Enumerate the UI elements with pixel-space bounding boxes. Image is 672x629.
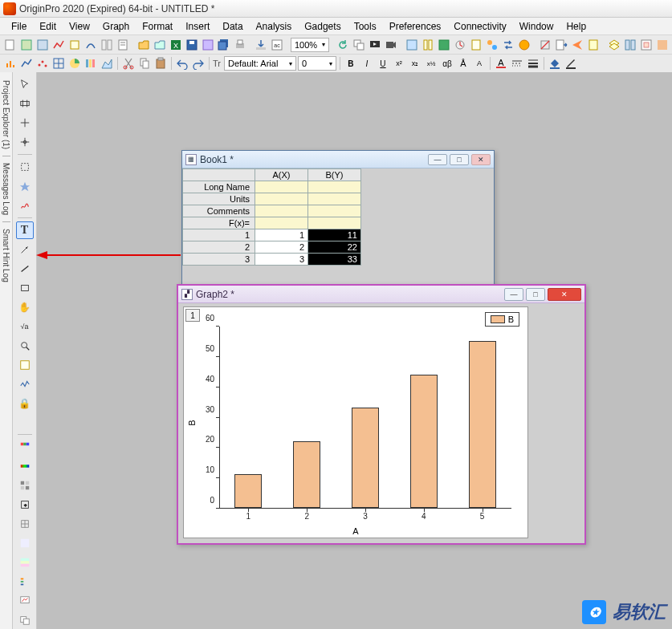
merge-button[interactable] — [623, 38, 637, 52]
draw-data-tool[interactable] — [16, 197, 34, 214]
menu-help[interactable]: Help — [560, 19, 593, 34]
plot-type-6-button[interactable] — [83, 56, 98, 71]
open-template-button[interactable] — [153, 38, 167, 52]
undo-button[interactable] — [175, 56, 189, 71]
line-color-pick-button[interactable] — [564, 56, 578, 71]
italic-button[interactable]: I — [360, 56, 374, 71]
video-button[interactable] — [384, 38, 398, 52]
layer-number[interactable]: 1 — [185, 309, 200, 322]
cell[interactable]: 11 — [308, 229, 361, 241]
paste-button[interactable] — [153, 56, 168, 71]
zoom-pan-tool[interactable] — [16, 337, 34, 355]
save-template-button[interactable] — [201, 38, 215, 52]
book-close-button[interactable]: ✕ — [471, 154, 491, 165]
bold-button[interactable]: B — [344, 56, 358, 71]
cell[interactable]: 1 — [255, 229, 308, 241]
layers-button[interactable] — [607, 38, 621, 52]
batch-button[interactable] — [485, 38, 499, 52]
menu-format[interactable]: Format — [136, 19, 179, 34]
increase-font-button[interactable]: Å — [456, 56, 470, 71]
arrow-tool[interactable] — [16, 241, 34, 258]
graph-window[interactable]: ▞ Graph2 * — □ ✕ 1 B B A — [177, 284, 586, 545]
layer-bg-button[interactable] — [16, 534, 34, 552]
show-data-button[interactable] — [16, 554, 34, 571]
roi-tool[interactable]: √a — [16, 318, 34, 335]
worksheet-table[interactable]: A(X) B(Y) Long Name Units Comments F(x)=… — [182, 168, 361, 266]
save-button[interactable] — [185, 38, 199, 52]
cell[interactable] — [255, 181, 308, 193]
font-size-combo[interactable]: 0▾ — [298, 56, 336, 71]
plot-type-1-button[interactable] — [3, 56, 18, 71]
smart-hint-log-tab[interactable]: Smart Hint Log — [2, 225, 10, 286]
book-minimize-button[interactable]: — — [428, 154, 447, 165]
font-combo[interactable]: Default: Arial▾ — [224, 56, 296, 71]
scale-in-tool[interactable] — [16, 95, 34, 112]
anti-alias-button[interactable] — [16, 477, 34, 494]
menu-graph[interactable]: Graph — [96, 19, 136, 34]
menu-window[interactable]: Window — [513, 19, 560, 34]
subscript-button[interactable]: x₂ — [408, 56, 422, 71]
print-button[interactable] — [233, 38, 247, 52]
legend[interactable]: B — [485, 312, 519, 327]
plot-type-7-button[interactable] — [100, 56, 114, 71]
row-header[interactable]: 2 — [183, 241, 255, 254]
selection-tool[interactable] — [16, 158, 34, 176]
plot-area[interactable]: 0 10 20 30 40 50 60 1 2 3 4 5 — [219, 327, 511, 509]
menu-edit[interactable]: Edit — [33, 19, 63, 34]
new-project-button[interactable] — [3, 38, 18, 52]
rescale-button[interactable] — [538, 38, 552, 52]
graph-close-button[interactable]: ✕ — [548, 288, 581, 301]
duplicate-button[interactable] — [352, 38, 366, 52]
plot-type-4-button[interactable] — [51, 56, 66, 71]
corner-cell[interactable] — [183, 169, 255, 181]
show-grid-button[interactable] — [16, 515, 34, 533]
cell[interactable] — [308, 193, 361, 205]
cell[interactable] — [308, 181, 361, 193]
new-notes-button[interactable] — [116, 38, 130, 52]
cell[interactable]: 22 — [308, 241, 361, 254]
export-graph-button[interactable] — [554, 38, 568, 52]
bar[interactable] — [293, 441, 320, 508]
zoom-combo[interactable]: 100%▾ — [291, 38, 329, 52]
messages-log-tab[interactable]: Messages Log — [2, 160, 10, 218]
app-center-button[interactable] — [517, 38, 531, 52]
recalculate-button[interactable] — [453, 38, 467, 52]
x-axis-title[interactable]: A — [352, 526, 358, 536]
row-header[interactable]: 3 — [183, 254, 255, 266]
line-style-button[interactable] — [510, 56, 524, 71]
redo-button[interactable] — [191, 56, 206, 71]
notes-button[interactable] — [586, 38, 601, 52]
graph-page[interactable]: 1 B B A 0 10 20 30 40 — [183, 306, 528, 538]
supersub-button[interactable]: x½ — [424, 56, 438, 71]
graph-export-button[interactable] — [16, 592, 34, 610]
code-builder-button[interactable] — [437, 38, 451, 52]
new-graph-button[interactable] — [51, 38, 66, 52]
menu-data[interactable]: Data — [216, 19, 249, 34]
palette-2-button[interactable] — [16, 457, 34, 475]
insert-object-tool[interactable] — [16, 356, 34, 374]
menu-file[interactable]: File — [5, 19, 33, 34]
plot-type-5-button[interactable] — [67, 56, 82, 71]
text-color-button[interactable]: A — [494, 56, 508, 71]
menu-analysis[interactable]: Analysis — [250, 19, 299, 34]
column-header-b[interactable]: B(Y) — [308, 169, 361, 181]
pan-tool[interactable]: ✋ — [16, 298, 34, 316]
menu-connectivity[interactable]: Connectivity — [447, 19, 512, 34]
cell[interactable] — [255, 217, 308, 229]
graph-copy-button[interactable] — [16, 611, 34, 629]
menu-preferences[interactable]: Preferences — [383, 19, 448, 34]
data-reader-tool[interactable] — [16, 133, 34, 151]
menu-view[interactable]: View — [63, 19, 96, 34]
graph-maximize-button[interactable]: □ — [526, 288, 545, 301]
screen-reader-tool[interactable] — [16, 114, 34, 132]
menu-gadgets[interactable]: Gadgets — [298, 19, 347, 34]
extract-button[interactable] — [639, 38, 654, 52]
meta-row-longname[interactable]: Long Name — [183, 181, 255, 193]
menu-tools[interactable]: Tools — [348, 19, 383, 34]
palette-1-button[interactable] — [16, 438, 34, 456]
text-tool[interactable]: T — [16, 221, 34, 239]
add-column-button[interactable] — [421, 38, 435, 52]
lock-tool[interactable]: 🔒 — [16, 395, 34, 412]
mask-tool[interactable] — [16, 177, 34, 195]
cell[interactable]: 33 — [308, 254, 361, 266]
